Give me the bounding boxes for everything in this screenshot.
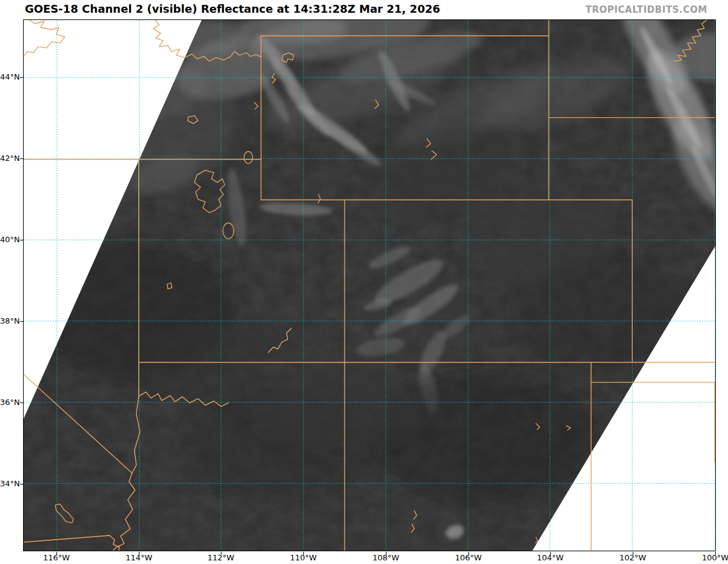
lon-label-116W: 116°W (32, 553, 81, 563)
lon-label-102W: 102°W (608, 553, 657, 563)
lon-label-106W: 106°W (444, 553, 493, 563)
image-grain (24, 20, 715, 551)
lon-label-114W: 114°W (115, 553, 163, 563)
lat-tick-34N (20, 484, 23, 484)
lat-tick-40N (20, 240, 23, 240)
lon-label-100W: 100°W (691, 553, 728, 563)
lat-tick-42N (20, 158, 23, 159)
lat-label-38N: 38°N (0, 316, 19, 326)
lat-tick-38N (20, 321, 23, 322)
lat-label-44N: 44°N (0, 72, 19, 82)
watermark-tropicaltidbits: TROPICALTIDBITS.COM (585, 4, 707, 15)
lat-label-34N: 34°N (0, 479, 19, 489)
satellite-swath (24, 20, 715, 551)
screenshot-page: GOES-18 Channel 2 (visible) Reflectance … (0, 0, 728, 564)
snake-river-idaho-oregon (24, 20, 65, 56)
map-plot-area (23, 19, 716, 551)
lon-label-108W: 108°W (362, 553, 410, 563)
satellite-map-svg (24, 20, 715, 551)
lon-label-110W: 110°W (279, 553, 328, 563)
lat-label-36N: 36°N (0, 398, 19, 407)
lon-label-104W: 104°W (526, 553, 575, 563)
page-title: GOES-18 Channel 2 (visible) Reflectance … (25, 2, 440, 15)
lon-label-112W: 112°W (197, 553, 245, 563)
lat-tick-44N (20, 77, 23, 78)
lat-tick-36N (20, 403, 23, 403)
lat-label-40N: 40°N (0, 235, 19, 245)
lat-label-42N: 42°N (0, 154, 19, 163)
